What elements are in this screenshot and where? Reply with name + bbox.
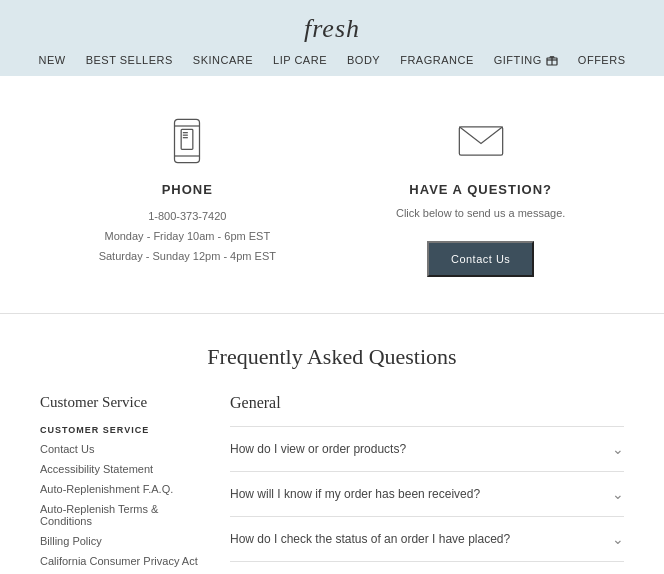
sidebar-link-accessibility[interactable]: Accessibility Statement [40, 463, 200, 475]
sidebar-heading: Customer Service [40, 394, 200, 411]
faq-main: General How do I view or order products?… [230, 394, 624, 574]
faq-item-2[interactable]: How do I check the status of an order I … [230, 516, 624, 561]
nav-item-gifting[interactable]: GIFTING [494, 54, 558, 66]
nav-item-skincare[interactable]: SKINCARE [193, 54, 253, 66]
nav-item-fragrance[interactable]: FRAGRANCE [400, 54, 474, 66]
envelope-icon [396, 116, 565, 170]
nav-item-best-sellers[interactable]: BEST SELLERS [86, 54, 173, 66]
chevron-down-icon-2: ⌄ [612, 531, 624, 547]
sidebar-link-ccpa[interactable]: California Consumer Privacy Act [40, 555, 200, 567]
logo: fresh [0, 14, 664, 44]
gift-icon [546, 54, 558, 66]
message-title: HAVE A QUESTION? [396, 182, 565, 197]
contact-section: PHONE 1-800-373-7420 Monday - Friday 10a… [0, 76, 664, 314]
phone-title: PHONE [99, 182, 276, 197]
faq-item-3[interactable]: How can I cancel or modify my order once… [230, 561, 624, 574]
main-nav: NEW BEST SELLERS SKINCARE LIP CARE BODY … [0, 54, 664, 66]
faq-section: Frequently Asked Questions Customer Serv… [0, 314, 664, 574]
faq-page-title: Frequently Asked Questions [40, 344, 624, 370]
chevron-down-icon-0: ⌄ [612, 441, 624, 457]
faq-layout: Customer Service CUSTOMER SERVICE Contac… [40, 394, 624, 574]
faq-sidebar: Customer Service CUSTOMER SERVICE Contac… [40, 394, 200, 574]
nav-item-offers[interactable]: OFFERS [578, 54, 626, 66]
phone-block: PHONE 1-800-373-7420 Monday - Friday 10a… [99, 116, 276, 277]
nav-item-lip-care[interactable]: LIP CARE [273, 54, 327, 66]
header: fresh NEW BEST SELLERS SKINCARE LIP CARE… [0, 0, 664, 76]
phone-info: 1-800-373-7420 Monday - Friday 10am - 6p… [99, 207, 276, 266]
faq-question-2: How do I check the status of an order I … [230, 532, 510, 546]
nav-item-body[interactable]: BODY [347, 54, 380, 66]
sidebar-section-title: CUSTOMER SERVICE [40, 425, 200, 435]
faq-question-0: How do I view or order products? [230, 442, 406, 456]
sidebar-link-auto-replenishment-faq[interactable]: Auto-Replenishment F.A.Q. [40, 483, 200, 495]
message-block: HAVE A QUESTION? Click below to send us … [396, 116, 565, 277]
faq-question-1: How will I know if my order has been rec… [230, 487, 480, 501]
sidebar-link-billing[interactable]: Billing Policy [40, 535, 200, 547]
contact-us-button[interactable]: Contact Us [427, 241, 534, 277]
faq-item-1[interactable]: How will I know if my order has been rec… [230, 471, 624, 516]
faq-category: General [230, 394, 624, 412]
message-subtitle: Click below to send us a message. [396, 207, 565, 219]
phone-icon [99, 116, 276, 170]
nav-item-new[interactable]: NEW [39, 54, 66, 66]
page-wrapper: fresh NEW BEST SELLERS SKINCARE LIP CARE… [0, 0, 664, 574]
chevron-down-icon-1: ⌄ [612, 486, 624, 502]
faq-item-0[interactable]: How do I view or order products? ⌄ [230, 426, 624, 471]
sidebar-link-auto-replenish-terms[interactable]: Auto-Replenish Terms & Conditions [40, 503, 200, 527]
sidebar-link-contact[interactable]: Contact Us [40, 443, 200, 455]
